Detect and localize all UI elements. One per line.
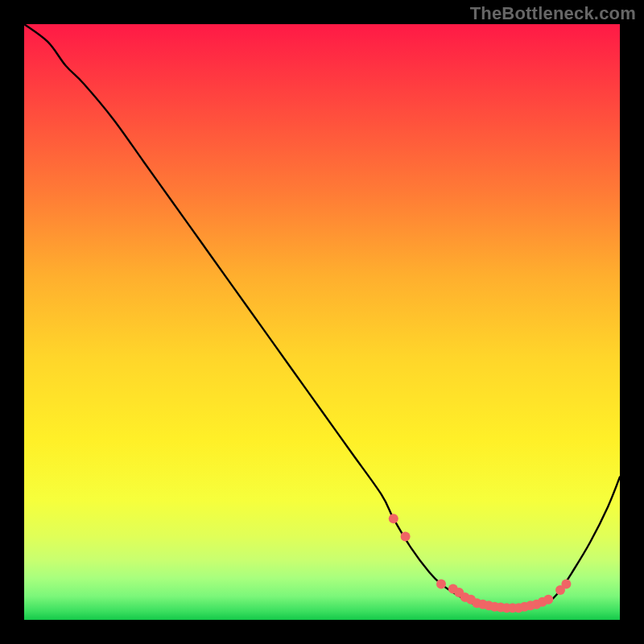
marker-dot <box>436 580 446 589</box>
chart-container: TheBottleneck.com <box>0 0 644 644</box>
marker-dot <box>401 531 411 541</box>
marker-dot <box>389 514 398 523</box>
marker-dot <box>543 595 553 605</box>
marker-dot <box>561 580 571 589</box>
chart-svg <box>24 24 620 620</box>
gradient-background <box>24 24 620 620</box>
plot-area <box>24 24 620 620</box>
watermark-label: TheBottleneck.com <box>470 3 636 24</box>
